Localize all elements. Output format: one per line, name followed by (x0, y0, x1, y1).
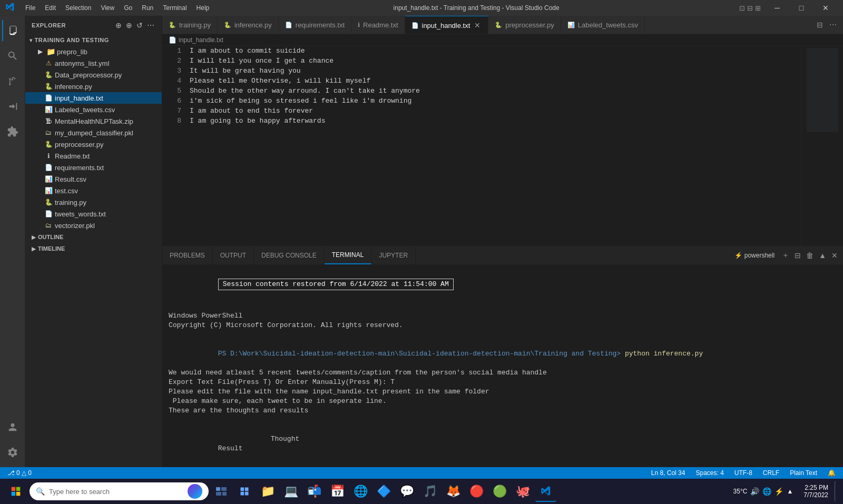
taskbar-widgets[interactable] (234, 481, 255, 502)
project-section-header[interactable]: ▾ Training and Testing (25, 34, 162, 46)
activity-settings[interactable] (2, 442, 23, 463)
sidebar-refresh[interactable]: ↺ (135, 20, 144, 31)
taskbar-pinned-icon-6[interactable]: 💬 (396, 481, 417, 502)
taskbar-pinned-icon-1[interactable]: 💻 (280, 481, 301, 502)
menu-run[interactable]: Run (138, 3, 158, 13)
taskbar-pinned-icon-8[interactable]: 🦊 (443, 481, 464, 502)
sidebar-new-file[interactable]: ⊕ (114, 20, 123, 31)
clock[interactable]: 2:25 PM 7/7/2022 (799, 484, 832, 499)
activity-search[interactable] (2, 45, 23, 66)
panel-tab-jupyter[interactable]: JUPYTER (371, 246, 416, 264)
split-editor-btn[interactable]: ⊟ (815, 19, 825, 30)
menu-selection[interactable]: Selection (61, 3, 95, 13)
menu-view[interactable]: View (96, 3, 119, 13)
file-antonyms[interactable]: ⚠ antonyms_list.yml (25, 57, 162, 69)
panel-split-terminal[interactable]: ⊟ (793, 250, 802, 261)
language-text: Plain Text (790, 469, 817, 477)
file-my-dumped[interactable]: 🗂 my_dumped_classifier.pkl (25, 127, 162, 139)
file-test-csv[interactable]: 📊 test.csv (25, 185, 162, 196)
file-requirements[interactable]: 📄 requirements.txt (25, 162, 162, 173)
panel-add-terminal[interactable]: ＋ (781, 250, 790, 261)
tabs-bar: 🐍 training.py 🐍 inference.py 📄 requireme… (162, 16, 843, 34)
panel-tab-terminal[interactable]: TERMINAL (325, 246, 372, 264)
code-area[interactable]: I am about to commit suicide I will tell… (185, 46, 801, 246)
activity-source-control[interactable] (2, 71, 23, 92)
terminal-body[interactable]: Session contents restored from 6/14/2022… (162, 265, 843, 467)
file-vectorizer[interactable]: 🗂 vectorizer.pkl (25, 220, 162, 231)
taskbar-pinned-icon-5[interactable]: 🔷 (373, 481, 394, 502)
status-notifications[interactable]: 🔔 (825, 467, 839, 479)
status-spaces[interactable]: Spaces: 4 (692, 467, 727, 479)
tab-labeled-tweets-csv[interactable]: 📊 Labeled_tweets.csv (561, 16, 645, 34)
file-input-handle[interactable]: 📄 input_handle.txt (25, 92, 162, 104)
panel-tab-problems[interactable]: PROBLEMS (162, 246, 213, 264)
panel-maximize[interactable]: ▲ (818, 250, 827, 261)
tab-preprocesser-py[interactable]: 🐍 preprocesser.py (488, 16, 561, 34)
timeline-section[interactable]: ▶ Timeline (25, 243, 162, 254)
status-branch[interactable]: ⎇ 0 △ 0 (4, 467, 35, 479)
taskbar-pinned-icon-3[interactable]: 📅 (327, 481, 348, 502)
menu-help[interactable]: Help (192, 3, 214, 13)
file-preprocesser[interactable]: 🐍 preprocesser.py (25, 139, 162, 150)
file-result-csv[interactable]: 📊 Result.csv (25, 173, 162, 185)
tray-up-arrow[interactable]: ▲ (787, 488, 793, 495)
status-eol[interactable]: CRLF (760, 467, 782, 479)
tray-icon-2[interactable]: 🌐 (762, 487, 771, 496)
menu-file[interactable]: File (21, 3, 40, 13)
more-tabs-btn[interactable]: ⋯ (827, 19, 839, 30)
activity-account[interactable] (2, 417, 23, 438)
editor[interactable]: 1 2 3 4 5 6 7 8 I am about to commit sui… (162, 46, 843, 246)
taskbar-search[interactable]: 🔍 Type here to search (30, 482, 209, 500)
tray-icon-3[interactable]: ⚡ (775, 487, 783, 496)
tab-readme-txt[interactable]: ℹ Readme.txt (351, 16, 405, 34)
sidebar-new-folder[interactable]: ⊕ (125, 20, 133, 31)
layout-grid-icon[interactable]: ⊞ (755, 4, 761, 12)
file-readme[interactable]: ℹ Readme.txt (25, 150, 162, 162)
activity-explorer[interactable] (2, 20, 23, 41)
svg-rect-0 (16, 103, 17, 110)
tab-inference-py[interactable]: 🐍 inference.py (218, 16, 279, 34)
tab-requirements-txt[interactable]: 📄 requirements.txt (279, 16, 351, 34)
layout-split-icon[interactable]: ⊟ (747, 4, 753, 12)
tab-input-handle-txt[interactable]: 📄 input_handle.txt ✕ (405, 16, 489, 34)
panel-close[interactable]: ✕ (830, 250, 839, 261)
taskbar-chrome[interactable]: 🟢 (489, 481, 510, 502)
file-training[interactable]: 🐍 training.py (25, 196, 162, 208)
menu-go[interactable]: Go (120, 3, 136, 13)
panel-kill-terminal[interactable]: 🗑 (805, 250, 815, 261)
tab-training-py[interactable]: 🐍 training.py (162, 16, 218, 34)
taskbar-pinned-icon-10[interactable]: 🐙 (512, 481, 533, 502)
panel-tab-debug-console[interactable]: DEBUG CONSOLE (254, 246, 325, 264)
sidebar-collapse[interactable]: ⋯ (146, 20, 155, 31)
folder-prepro-lib[interactable]: ▶ 📁 prepro_lib (25, 46, 162, 57)
tab-close-input-handle[interactable]: ✕ (473, 21, 482, 29)
minimize-button[interactable]: ─ (765, 0, 789, 16)
status-language[interactable]: Plain Text (787, 467, 820, 479)
file-inference[interactable]: 🐍 inference.py (25, 81, 162, 92)
file-mental-health[interactable]: 🗜 MentalHealthNLPTask.zip (25, 115, 162, 127)
start-button[interactable] (4, 480, 27, 503)
taskbar-file-explorer[interactable]: 📁 (257, 481, 278, 502)
taskbar-task-view[interactable] (211, 481, 232, 502)
file-labeled-tweets[interactable]: 📊 Labeled_tweets.csv (25, 104, 162, 115)
taskbar-pinned-icon-4[interactable]: 🌐 (350, 481, 371, 502)
menu-terminal[interactable]: Terminal (159, 3, 191, 13)
taskbar-pinned-icon-2[interactable]: 📬 (303, 481, 325, 502)
tray-icon-1[interactable]: 🔊 (750, 487, 759, 496)
activity-extensions[interactable] (2, 121, 23, 142)
show-desktop-button[interactable] (835, 481, 839, 502)
status-position[interactable]: Ln 8, Col 34 (648, 467, 689, 479)
close-button[interactable]: ✕ (813, 0, 838, 16)
taskbar-pinned-icon-9[interactable]: 🔴 (466, 481, 487, 502)
menu-edit[interactable]: Edit (41, 3, 60, 13)
file-tweets-words[interactable]: 📄 tweets_words.txt (25, 208, 162, 220)
outline-section[interactable]: ▶ Outline (25, 231, 162, 243)
taskbar-pinned-icon-7[interactable]: 🎵 (419, 481, 440, 502)
maximize-button[interactable]: □ (789, 0, 813, 16)
status-encoding[interactable]: UTF-8 (731, 467, 756, 479)
taskbar-vscode-active[interactable] (535, 481, 556, 502)
activity-run[interactable] (2, 96, 23, 117)
layout-icon[interactable]: ⊡ (739, 4, 745, 12)
panel-tab-output[interactable]: OUTPUT (213, 246, 254, 264)
file-data-preprocessor[interactable]: 🐍 Data_preprocessor.py (25, 69, 162, 81)
